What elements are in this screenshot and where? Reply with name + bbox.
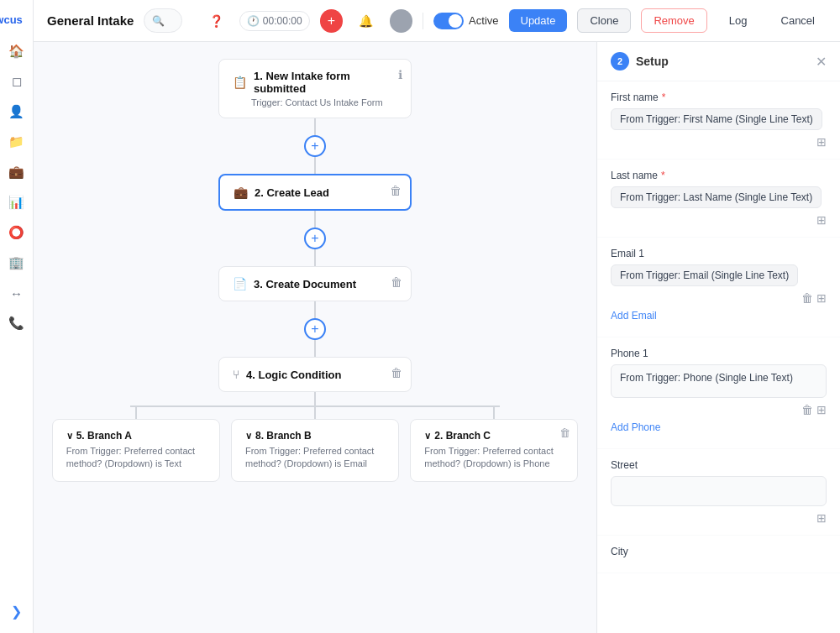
first-name-options-icon[interactable]: ⊞ xyxy=(816,135,827,149)
connector-3b xyxy=(314,340,316,357)
help-icon[interactable]: ❓ xyxy=(202,8,228,34)
phone1-actions: 🗑 ⊞ xyxy=(611,403,827,416)
street-value[interactable] xyxy=(611,476,827,506)
delete-icon-2[interactable]: 🗑 xyxy=(390,184,402,197)
workflow-area: 📋 1. New Intake form submitted Trigger: … xyxy=(34,42,840,633)
sidebar-item-briefcase[interactable]: 💼 xyxy=(3,159,30,186)
delete-icon-4[interactable]: 🗑 xyxy=(391,366,402,379)
field-phone1: Phone 1 From Trigger: Phone (Single Line… xyxy=(597,337,840,449)
panel-step-badge: 2 xyxy=(611,52,629,71)
add-node-2[interactable]: + xyxy=(304,228,326,249)
panel-close-icon[interactable]: ✕ xyxy=(816,54,827,70)
email1-actions: 🗑 ⊞ xyxy=(611,291,827,305)
street-actions: ⊞ xyxy=(611,511,827,525)
connector-2b xyxy=(314,249,316,266)
node-4-title: 4. Logic Condition xyxy=(246,369,397,381)
first-name-label: First name * xyxy=(611,92,827,103)
first-name-value[interactable]: From Trigger: First Name (Single Line Te… xyxy=(611,108,822,130)
timer-display: 🕐 00:00:00 xyxy=(239,11,310,31)
node-logic-condition[interactable]: ⑂ 4. Logic Condition 🗑 xyxy=(218,357,412,392)
avatar[interactable] xyxy=(390,9,413,33)
sidebar-item-user[interactable]: 👤 xyxy=(3,98,30,125)
node-create-document[interactable]: 📄 3. Create Document 🗑 xyxy=(218,266,412,301)
branch-b-col: ∨ 8. Branch B From Trigger: Preferred co… xyxy=(225,405,404,482)
branch-icon-b: ∨ xyxy=(245,431,252,442)
active-toggle[interactable] xyxy=(433,13,464,29)
info-icon-1[interactable]: ℹ xyxy=(398,68,402,81)
sidebar-expand-btn[interactable]: ❯ xyxy=(3,598,30,625)
panel-header: 2 Setup ✕ xyxy=(597,42,840,81)
phone1-delete-icon[interactable]: 🗑 xyxy=(801,403,813,416)
connector-1 xyxy=(314,118,316,135)
phone1-options-icon[interactable]: ⊞ xyxy=(816,403,827,416)
node-create-lead[interactable]: 💼 2. Create Lead 🗑 xyxy=(218,174,412,211)
panel-title: Setup xyxy=(636,55,816,68)
sidebar: lawcus 🏠 ◻ 👤 📁 💼 📊 ⭕ 🏢 ↔ 📞 ❯ xyxy=(0,0,34,633)
log-button[interactable]: Log xyxy=(717,9,759,32)
page-title: General Intake xyxy=(47,13,134,28)
branch-a-title: ∨ 5. Branch A xyxy=(66,430,206,442)
branch-a-col: ∨ 5. Branch A From Trigger: Preferred co… xyxy=(46,405,225,482)
branch-icon-a: ∨ xyxy=(66,431,73,442)
flow-item-4: ⑂ 4. Logic Condition 🗑 xyxy=(50,357,580,392)
workflow-canvas: 📋 1. New Intake form submitted Trigger: … xyxy=(34,42,596,633)
sidebar-item-home[interactable]: 🏠 xyxy=(3,38,30,65)
add-button[interactable]: + xyxy=(320,9,344,33)
h-connector xyxy=(130,405,500,407)
flow-item-1: 📋 1. New Intake form submitted Trigger: … xyxy=(50,59,580,174)
app-logo: lawcus xyxy=(0,13,23,26)
delete-icon-3[interactable]: 🗑 xyxy=(391,275,402,289)
sidebar-item-folder[interactable]: 📁 xyxy=(3,128,30,155)
email1-options-icon[interactable]: ⊞ xyxy=(816,291,827,305)
branch-c[interactable]: ∨ 2. Branch C From Trigger: Preferred co… xyxy=(410,419,578,482)
topbar: General Intake 🔍 ❓ 🕐 00:00:00 + 🔔 Active… xyxy=(34,0,840,42)
first-name-required: * xyxy=(662,92,666,103)
field-street: Street ⊞ xyxy=(597,449,840,536)
sidebar-item-phone[interactable]: 📞 xyxy=(3,310,30,337)
flow-item-3: 📄 3. Create Document 🗑 + xyxy=(50,266,580,357)
document-icon: 📄 xyxy=(233,277,247,290)
add-node-3[interactable]: + xyxy=(304,318,326,340)
sidebar-item-building[interactable]: 🏢 xyxy=(3,249,30,276)
add-node-1[interactable]: + xyxy=(304,135,326,157)
lead-icon: 💼 xyxy=(234,186,248,199)
clone-button[interactable]: Clone xyxy=(577,8,631,33)
last-name-value[interactable]: From Trigger: Last Name (Single Line Tex… xyxy=(611,186,822,208)
add-phone-link[interactable]: Add Phone xyxy=(611,416,660,438)
sidebar-item-circle[interactable]: ⭕ xyxy=(3,219,30,246)
main-content: General Intake 🔍 ❓ 🕐 00:00:00 + 🔔 Active… xyxy=(34,0,840,633)
sidebar-item-chart[interactable]: 📊 xyxy=(3,189,30,216)
trigger-icon: 📋 xyxy=(233,76,247,89)
update-button[interactable]: Update xyxy=(509,9,568,32)
cancel-button[interactable]: Cancel xyxy=(769,9,827,32)
notifications-icon[interactable]: 🔔 xyxy=(353,8,379,34)
sidebar-item-arrows[interactable]: ↔ xyxy=(3,280,30,306)
last-name-options-icon[interactable]: ⊞ xyxy=(816,213,827,227)
add-email-link[interactable]: Add Email xyxy=(611,305,657,327)
branches-container: ∨ 5. Branch A From Trigger: Preferred co… xyxy=(46,405,584,482)
connector-2 xyxy=(314,211,316,228)
branch-b-title: ∨ 8. Branch B xyxy=(245,430,385,442)
branch-a-subtitle: From Trigger: Preferred contact method? … xyxy=(66,445,206,471)
branch-c-subtitle: From Trigger: Preferred contact method? … xyxy=(424,445,564,471)
right-panel: 2 Setup ✕ First name * From Trigger: Fir… xyxy=(596,42,840,633)
toggle-label: Active xyxy=(469,14,498,27)
delete-icon-branch-c[interactable]: 🗑 xyxy=(559,426,570,439)
phone1-value[interactable]: From Trigger: Phone (Single Line Text) xyxy=(611,364,827,398)
street-options-icon[interactable]: ⊞ xyxy=(816,511,827,525)
field-last-name: Last name * From Trigger: Last Name (Sin… xyxy=(597,160,840,238)
branch-icon-c: ∨ xyxy=(424,431,431,442)
node-trigger[interactable]: 📋 1. New Intake form submitted Trigger: … xyxy=(218,59,412,118)
flow-item-2: 💼 2. Create Lead 🗑 + xyxy=(50,174,580,266)
remove-button[interactable]: Remove xyxy=(641,8,706,33)
email1-delete-icon[interactable]: 🗑 xyxy=(801,291,813,305)
toggle-knob xyxy=(449,14,462,28)
branch-a[interactable]: ∨ 5. Branch A From Trigger: Preferred co… xyxy=(52,419,220,482)
sidebar-item-list[interactable]: ◻ xyxy=(3,68,30,95)
email1-value[interactable]: From Trigger: Email (Single Line Text) xyxy=(611,264,798,286)
v-line-b xyxy=(314,405,316,419)
first-name-actions: ⊞ xyxy=(611,135,827,149)
phone1-label: Phone 1 xyxy=(611,348,827,359)
branch-b[interactable]: ∨ 8. Branch B From Trigger: Preferred co… xyxy=(231,419,399,482)
node-3-title: 3. Create Document xyxy=(254,278,397,290)
